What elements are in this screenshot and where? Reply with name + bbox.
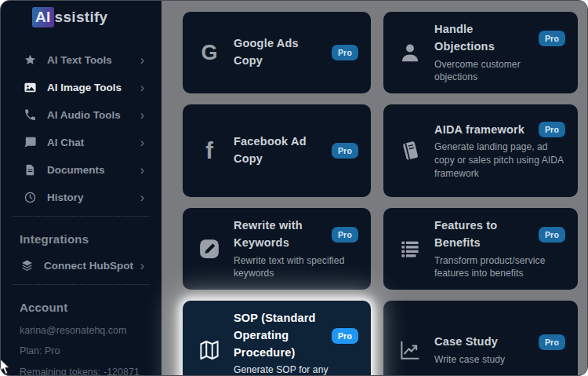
account-plan: Plan: Pro	[1, 341, 162, 361]
chevron-right-icon: ›	[140, 109, 144, 122]
card-description: Generate SOP for any process	[234, 363, 358, 376]
card-title: Features to Benefits	[434, 217, 528, 252]
list-icon	[396, 237, 424, 261]
sidebar-item-label: AI Image Tools	[47, 82, 122, 93]
sidebar-item-documents[interactable]: Documents›	[1, 156, 162, 184]
card-body: Case StudyProWrite case study	[434, 334, 565, 367]
pencil-icon	[195, 237, 223, 261]
account-email: karina@resonatehq.com	[1, 320, 162, 341]
card-sop-standard-operating-procedure[interactable]: SOP (Standard Operating Procedure)ProGen…	[183, 301, 371, 376]
card-body: Handle ObjectionsProOvercome customer ob…	[434, 21, 565, 84]
integrations-header: Integrations	[1, 221, 162, 252]
sidebar: AIssistify AI Text Tools›AI Image Tools›…	[1, 1, 162, 375]
pro-badge: Pro	[332, 45, 358, 60]
pro-badge: Pro	[539, 122, 565, 137]
card-body: Facebook Ad CopyPro	[234, 133, 358, 168]
chart-icon	[396, 338, 424, 362]
pro-badge: Pro	[539, 334, 565, 350]
star-icon	[23, 53, 37, 68]
card-title: Google Ads Copy	[234, 35, 328, 70]
chevron-right-icon: ›	[140, 54, 144, 67]
card-body: Features to BenefitsProTransform product…	[434, 217, 565, 280]
chevron-right-icon: ›	[140, 137, 144, 149]
chevron-right-icon: ›	[140, 164, 144, 177]
google-g-icon: G	[195, 42, 223, 64]
sidebar-nav: AI Text Tools›AI Image Tools›AI Audio To…	[1, 46, 162, 211]
sidebar-item-label: AI Text Tools	[47, 54, 112, 66]
card-facebook-ad-copy[interactable]: fFacebook Ad CopyPro	[183, 104, 371, 197]
tools-grid: GGoogle Ads CopyProHandle ObjectionsProO…	[183, 12, 578, 376]
card-description: Overcome customer objections	[434, 58, 565, 85]
card-body: AIDA frameworkProGenerate landing page, …	[434, 122, 565, 181]
sidebar-divider	[13, 216, 150, 217]
card-description: Rewrite text with specified keywords	[234, 254, 358, 281]
sidebar-item-history[interactable]: History›	[1, 184, 162, 211]
main-content: GGoogle Ads CopyProHandle ObjectionsProO…	[162, 1, 587, 375]
book-icon	[396, 139, 424, 162]
layers-icon	[20, 259, 34, 273]
card-title: Rewrite with Keywords	[234, 217, 328, 252]
chevron-right-icon: ›	[140, 82, 144, 94]
pro-badge: Pro	[332, 143, 358, 159]
chevron-right-icon: ›	[140, 260, 144, 272]
sidebar-item-ai-image-tools[interactable]: AI Image Tools›	[1, 74, 162, 101]
sidebar-item-label: AI Audio Tools	[47, 109, 121, 121]
card-body: SOP (Standard Operating Procedure)ProGen…	[234, 310, 358, 376]
facebook-f-icon: f	[195, 140, 223, 162]
sidebar-item-label: AI Chat	[47, 137, 84, 148]
logo-ai-mark: AI	[32, 7, 54, 27]
card-google-ads-copy[interactable]: GGoogle Ads CopyPro	[183, 12, 371, 93]
integrations-list: Connect HubSpot›	[1, 252, 162, 279]
card-rewrite-with-keywords[interactable]: Rewrite with KeywordsProRewrite text wit…	[183, 208, 371, 290]
card-features-to-benefits[interactable]: Features to BenefitsProTransform product…	[383, 208, 578, 290]
card-title: Case Study	[434, 334, 498, 351]
account-tokens: Remaining tokens: -120871	[1, 362, 162, 376]
app-window: AIssistify AI Text Tools›AI Image Tools›…	[0, 0, 588, 376]
card-title: Facebook Ad Copy	[234, 133, 328, 168]
sidebar-item-ai-audio-tools[interactable]: AI Audio Tools›	[1, 101, 162, 129]
card-description: Generate landing page, ad copy or sales …	[434, 141, 565, 180]
map-icon	[195, 338, 223, 362]
sidebar-divider	[13, 284, 150, 285]
pro-badge: Pro	[539, 31, 565, 46]
logo-text: ssistify	[55, 9, 108, 26]
pro-badge: Pro	[539, 227, 565, 243]
sidebar-item-label: History	[47, 192, 84, 203]
sidebar-item-ai-chat[interactable]: AI Chat›	[1, 129, 162, 156]
phone-icon	[23, 108, 37, 122]
person-icon	[396, 41, 424, 64]
mouse-cursor-icon	[0, 359, 12, 376]
card-body: Google Ads CopyPro	[234, 35, 358, 70]
card-description: Write case study	[434, 353, 565, 367]
card-case-study[interactable]: Case StudyProWrite case study	[383, 301, 578, 376]
sidebar-item-ai-text-tools[interactable]: AI Text Tools›	[1, 46, 162, 74]
account-header: Account	[1, 290, 162, 320]
app-logo: AIssistify	[1, 1, 162, 27]
pro-badge: Pro	[332, 227, 358, 243]
sidebar-item-label: Connect HubSpot	[44, 260, 133, 272]
card-handle-objections[interactable]: Handle ObjectionsProOvercome customer ob…	[383, 12, 578, 93]
chat-icon	[23, 136, 37, 150]
clock-icon	[23, 191, 37, 205]
card-body: Rewrite with KeywordsProRewrite text wit…	[234, 217, 358, 280]
sidebar-item-connect-hubspot[interactable]: Connect HubSpot›	[1, 252, 162, 279]
image-icon	[23, 81, 37, 95]
pro-badge: Pro	[332, 328, 358, 344]
sidebar-item-label: Documents	[47, 164, 105, 176]
card-description: Transform product/service features into …	[434, 254, 565, 281]
chevron-right-icon: ›	[140, 192, 144, 204]
card-title: SOP (Standard Operating Procedure)	[234, 310, 328, 361]
document-icon	[23, 163, 37, 177]
card-aida-framework[interactable]: AIDA frameworkProGenerate landing page, …	[383, 104, 578, 197]
card-title: Handle Objections	[434, 21, 528, 56]
card-title: AIDA framework	[434, 122, 524, 139]
